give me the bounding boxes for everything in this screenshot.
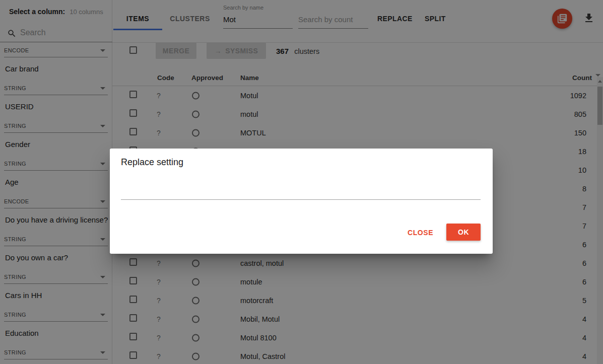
ok-button[interactable]: OK: [446, 224, 481, 241]
replace-setting-input[interactable]: [121, 184, 481, 200]
close-button[interactable]: CLOSE: [408, 227, 433, 239]
replace-setting-dialog: Replace setting CLOSE OK: [110, 149, 493, 254]
dialog-title: Replace setting: [121, 157, 183, 168]
